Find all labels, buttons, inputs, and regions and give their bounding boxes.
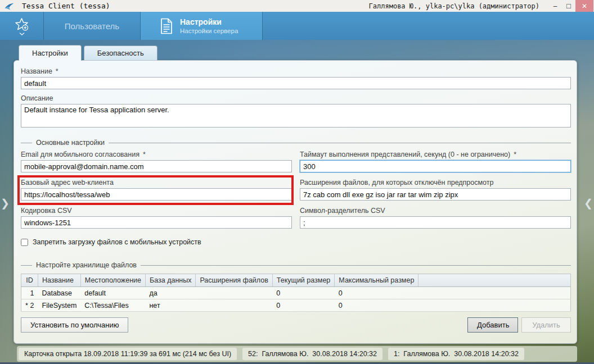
web-address-label: Базовый адрес web-клиента <box>21 179 292 186</box>
row-max-size: 0 <box>335 299 418 312</box>
content-background: ❯ ❮ Настройки Безопасность Название* <box>0 40 594 364</box>
name-label: Название* <box>21 67 571 75</box>
tab-security-label: Безопасность <box>97 49 144 57</box>
main-toolbar: Пользователь Настройки Настройки сервера <box>0 12 594 40</box>
status-bar: Карточка открыта 18.09.2018 11:19:39 за … <box>17 346 577 362</box>
column-header-id[interactable]: ID <box>21 274 38 287</box>
timeout-label: Таймаут выполнения представлений, секунд… <box>300 151 571 158</box>
group-file-storage: Настройте хранилище файлов <box>21 261 571 269</box>
tab-security[interactable]: Безопасность <box>84 46 158 60</box>
forbid-mobile-upload-checkbox[interactable] <box>21 239 28 246</box>
right-panel-expander[interactable]: ❮ <box>583 193 593 213</box>
card-panel: Настройки Безопасность Название* <box>14 45 577 344</box>
row-database: да <box>145 287 195 299</box>
column-header-max-size[interactable]: Максимальный размер <box>335 274 418 287</box>
name-input[interactable] <box>21 77 571 89</box>
group-main-settings: Основные настройки <box>21 139 571 147</box>
csv-encoding-input[interactable] <box>21 216 292 229</box>
maximize-button[interactable]: □ <box>562 0 575 12</box>
tab-settings-label: Настройки <box>32 49 68 57</box>
file-storage-table: ID Название Местоположение База данных Р… <box>21 274 571 312</box>
toolbar-tab-user[interactable]: Пользователь <box>44 12 140 40</box>
status-entry-2: 1: Галлямова Ю. 30.08.2018 14:20:32 <box>388 348 524 360</box>
column-header-current-size[interactable]: Текущий размер <box>272 274 334 287</box>
tessa-logo-icon <box>4 2 14 11</box>
add-button[interactable]: Добавить <box>467 317 518 333</box>
chevron-down-icon <box>19 33 25 35</box>
row-modified-marker: * <box>25 302 28 310</box>
row-max-size: 0 <box>335 287 418 299</box>
toolbar-tab-settings-title: Настройки <box>180 17 238 26</box>
toolbar-tab-user-label: Пользователь <box>65 21 119 31</box>
toolbar-separator <box>262 12 263 40</box>
csv-separator-label: Символ-разделитель CSV <box>300 207 571 215</box>
table-row[interactable]: 1 Database default да 0 0 <box>21 287 571 299</box>
tab-strip: Настройки Безопасность <box>14 45 577 60</box>
row-name: FileSystem <box>38 299 81 312</box>
window-title: Tessa Client (tessa) <box>22 2 110 10</box>
row-id: 2 <box>30 302 34 310</box>
column-header-name[interactable]: Название <box>38 274 81 287</box>
csv-separator-input[interactable] <box>300 216 571 229</box>
left-panel-expander[interactable]: ❯ <box>0 193 10 213</box>
set-default-button[interactable]: Установить по умолчанию <box>21 317 128 333</box>
column-header-location[interactable]: Местоположение <box>80 274 145 287</box>
title-bar: Tessa Client (tessa) Галлямова Ю., ylka-… <box>0 0 594 12</box>
star-plus-icon <box>14 17 29 31</box>
column-header-filler <box>418 274 571 287</box>
row-database: нет <box>145 299 195 312</box>
row-extensions <box>196 287 272 299</box>
description-label: Описание <box>21 94 571 102</box>
row-current-size: 0 <box>272 287 334 299</box>
email-label: Email для мобильного согласования* <box>21 151 292 158</box>
column-header-extensions[interactable]: Расширения файлов <box>196 274 272 287</box>
email-input[interactable] <box>21 160 292 172</box>
extensions-label: Расширения файлов, для которых отключён … <box>300 179 571 186</box>
table-header-row: ID Название Местоположение База данных Р… <box>21 274 571 287</box>
close-button[interactable]: ✕ <box>575 0 593 12</box>
row-location: C:\Tessa\Files <box>80 299 145 312</box>
minimize-button[interactable]: – <box>548 0 562 12</box>
status-card-opened: Карточка открыта 18.09.2018 11:19:39 за … <box>19 348 237 360</box>
column-header-database[interactable]: База данных <box>145 274 195 287</box>
csv-encoding-label: Кодировка CSV <box>21 207 292 215</box>
web-address-input[interactable] <box>21 188 292 201</box>
forbid-mobile-upload-label: Запретить загрузку файлов с мобильных ус… <box>33 238 201 246</box>
row-current-size: 0 <box>272 299 334 312</box>
logged-in-user: Галлямова Ю., ylka-pc\ylka (администрато… <box>369 2 539 10</box>
settings-panel: Название* Описание Default instance for … <box>14 60 577 344</box>
row-extensions <box>196 299 272 312</box>
favorites-button[interactable] <box>0 12 43 40</box>
document-icon <box>160 18 173 34</box>
toolbar-tab-settings-subtitle: Настройки сервера <box>180 28 238 34</box>
row-id: 1 <box>30 289 34 297</box>
table-row[interactable]: * 2 FileSystem C:\Tessa\Files нет 0 0 <box>21 299 571 312</box>
row-name: Database <box>38 287 81 299</box>
delete-button[interactable]: Удалить <box>521 317 571 333</box>
description-input[interactable]: Default instance for Tessa application s… <box>21 104 571 128</box>
extensions-input[interactable] <box>300 188 571 201</box>
toolbar-tab-settings[interactable]: Настройки Настройки сервера <box>141 12 262 40</box>
tab-settings[interactable]: Настройки <box>19 45 82 61</box>
status-entry-1: 52: Галлямова Ю. 30.08.2018 14:20:32 <box>242 348 382 360</box>
app-window: Tessa Client (tessa) Галлямова Ю., ylka-… <box>0 0 594 364</box>
timeout-input[interactable] <box>300 160 571 172</box>
row-location: default <box>80 287 145 299</box>
